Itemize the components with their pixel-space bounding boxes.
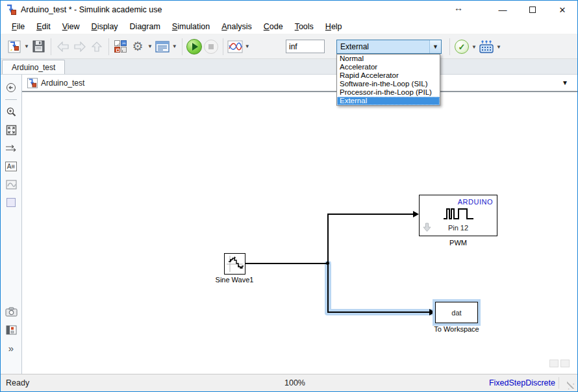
wire-branch-up[interactable] (327, 214, 329, 263)
menu-view[interactable]: View (57, 20, 86, 33)
model-settings-button[interactable]: ⚙ (129, 38, 146, 56)
mode-option-accelerator[interactable]: Accelerator (337, 63, 440, 71)
solver-name[interactable]: FixedStepDiscrete (489, 378, 555, 387)
deploy-caret-icon[interactable]: ▼ (495, 44, 503, 50)
new-model-icon (8, 40, 21, 53)
mode-option-rapid-accelerator[interactable]: Rapid Accelerator (337, 71, 440, 80)
update-diagram-caret-icon[interactable]: ▼ (470, 44, 478, 50)
signal-lines-button[interactable] (3, 140, 19, 156)
image-annotation-button[interactable] (3, 177, 19, 192)
model-canvas[interactable]: Sine Wave1 ARDUINO Pin 12 PWM dat (22, 92, 577, 374)
breadcrumb-model-name[interactable]: Arduino_test (41, 79, 84, 88)
play-icon (186, 39, 202, 55)
mode-option-software-in-the-loop-sil[interactable]: Software-in-the-Loop (SIL) (337, 80, 440, 88)
show-more-tools-button[interactable]: » (3, 340, 19, 356)
zoom-button[interactable] (3, 104, 19, 119)
to-workspace-label[interactable]: To Workspace (424, 325, 489, 333)
sine-wave-label[interactable]: Sine Wave1 (208, 276, 260, 284)
save-icon (32, 40, 45, 53)
simulation-display-button[interactable] (227, 38, 244, 56)
pwm-label[interactable]: PWM (419, 239, 497, 247)
hide-explorer-bar-button[interactable] (3, 80, 19, 95)
green-check-icon: ✓ (455, 40, 469, 54)
double-chevron-icon: » (8, 343, 14, 354)
toolbar-separator (223, 38, 223, 55)
annotation-icon: A≡ (5, 162, 18, 171)
breadcrumb-caret-icon[interactable]: ▼ (562, 79, 572, 86)
box-area-button[interactable] (3, 195, 19, 210)
dock-icon[interactable]: ↔ (454, 3, 463, 13)
deploy-to-hardware-icon (479, 40, 494, 54)
resize-grip-icon[interactable] (567, 381, 575, 389)
viewmark-camera-button[interactable] (3, 304, 19, 319)
tab-label: Arduino_test (12, 63, 55, 72)
simulink-window: Arduino_test * - Simulink academic use ↔… (0, 0, 578, 392)
new-model-button[interactable] (6, 38, 23, 56)
deploy-to-hardware-button[interactable] (478, 38, 495, 56)
maximize-icon (529, 6, 536, 13)
window-title: Arduino_test * - Simulink academic use (21, 5, 162, 14)
menu-simulation[interactable]: Simulation (166, 20, 216, 33)
combobox-caret-icon[interactable]: ▼ (429, 40, 441, 53)
stop-time-input[interactable] (286, 40, 325, 53)
wire-to-workspace-selected[interactable] (327, 312, 430, 313)
to-workspace-block[interactable]: dat (435, 302, 478, 323)
model-icon (27, 78, 38, 88)
run-button[interactable] (186, 38, 203, 56)
close-button[interactable]: ✕ (547, 1, 577, 19)
menu-display[interactable]: Display (86, 20, 124, 33)
zoom-level: 100% (284, 378, 305, 387)
model-browser-button[interactable] (3, 322, 19, 337)
update-diagram-button[interactable]: ✓ (453, 38, 470, 56)
simulation-mode-dropdown: NormalAcceleratorRapid AcceleratorSoftwa… (336, 54, 440, 106)
minimize-button[interactable]: — (488, 1, 518, 19)
back-button[interactable] (55, 38, 71, 56)
workspace-input-arrow-icon (429, 309, 435, 315)
wire-sine-to-branch[interactable] (245, 263, 329, 264)
forward-button[interactable] (71, 38, 88, 56)
fit-to-view-button[interactable] (3, 122, 19, 138)
library-browser-icon (114, 40, 127, 53)
wire-to-pwm[interactable] (327, 214, 414, 215)
forward-arrow-icon (73, 42, 86, 52)
menu-diagram[interactable]: Diagram (124, 20, 166, 33)
menu-tools[interactable]: Tools (289, 20, 320, 33)
annotation-button[interactable]: A≡ (3, 158, 19, 174)
title-bar[interactable]: Arduino_test * - Simulink academic use ↔… (1, 1, 577, 19)
sine-wave-block[interactable] (224, 253, 245, 275)
pwm-block[interactable]: ARDUINO Pin 12 (419, 195, 497, 236)
simulation-display-caret-icon[interactable]: ▼ (244, 43, 251, 49)
simulation-mode-combobox[interactable]: External ▼ (336, 40, 442, 54)
mode-option-normal[interactable]: Normal (337, 55, 440, 63)
up-to-parent-button[interactable] (88, 38, 105, 56)
menu-bar: FileEditViewDisplayDiagramSimulationAnal… (1, 19, 577, 34)
menu-edit[interactable]: Edit (31, 20, 57, 33)
mode-option-processor-in-the-loop-pil[interactable]: Processor-in-the-Loop (PIL) (337, 88, 440, 97)
scrollbar-corner (549, 360, 570, 367)
wire-branch-down-selected[interactable] (327, 263, 329, 313)
stop-button[interactable] (203, 38, 220, 56)
menu-code[interactable]: Code (258, 20, 289, 33)
save-button[interactable] (31, 38, 47, 56)
arduino-brand-text: ARDUINO (458, 198, 493, 206)
download-arrow-icon (423, 223, 431, 232)
status-bar: Ready 100% FixedStepDiscrete (1, 374, 577, 391)
new-model-caret-icon[interactable]: ▼ (23, 43, 31, 49)
tab-strip: Arduino_test (1, 59, 577, 75)
model-configuration-button[interactable] (154, 38, 171, 56)
back-arrow-icon (57, 42, 69, 52)
toolbar: ▼ (1, 34, 577, 59)
mode-option-external[interactable]: External (337, 97, 440, 105)
model-settings-caret-icon[interactable]: ▼ (146, 43, 154, 49)
stop-icon (204, 40, 218, 54)
model-configuration-caret-icon[interactable]: ▼ (171, 43, 179, 49)
menu-help[interactable]: Help (320, 20, 348, 33)
library-browser-button[interactable] (112, 38, 129, 56)
menu-file[interactable]: File (6, 20, 31, 33)
box-area-icon (6, 198, 16, 207)
tab-arduino-test[interactable]: Arduino_test (2, 60, 65, 74)
signal-lines-icon (5, 143, 17, 153)
maximize-button[interactable] (518, 1, 547, 19)
palette-divider (5, 99, 17, 100)
menu-analysis[interactable]: Analysis (216, 20, 258, 33)
